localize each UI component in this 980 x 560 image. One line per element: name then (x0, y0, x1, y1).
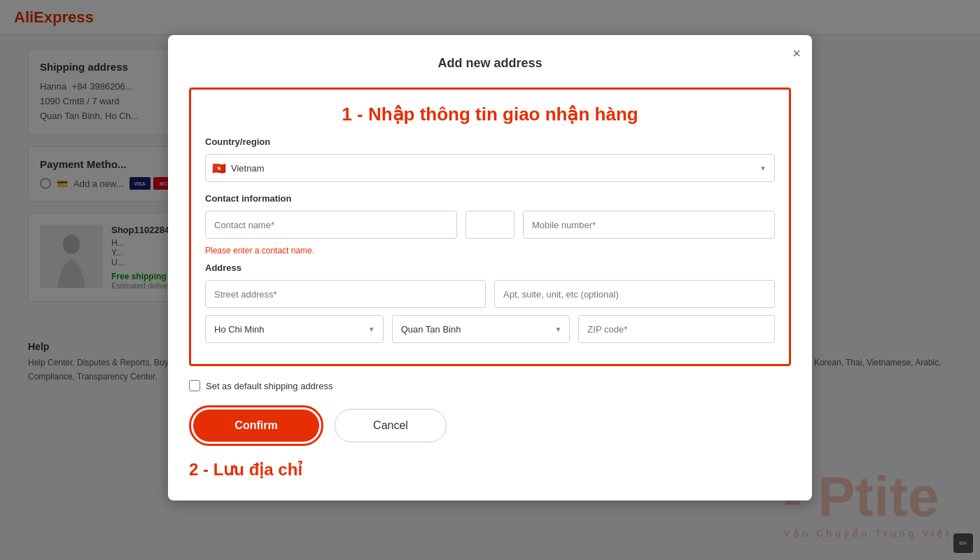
street-row (205, 280, 775, 308)
confirm-button[interactable]: Confirm (193, 410, 319, 442)
background-page: AliExpress Shipping address Hanna +84 39… (0, 0, 980, 560)
modal-close-button[interactable]: × (792, 46, 801, 60)
default-address-row: Set as default shipping address (189, 380, 791, 391)
add-address-modal: Add new address × 1 - Nhập thông tin gia… (168, 35, 812, 500)
modal-button-row: Confirm Cancel (189, 405, 791, 446)
street-address-input[interactable] (205, 280, 486, 308)
apt-suite-input[interactable] (494, 280, 775, 308)
phone-prefix-input[interactable]: +84 (465, 211, 514, 239)
country-select[interactable]: Vietnam (205, 154, 775, 182)
annotation-step2: 2 - Lưu địa chỉ (189, 460, 791, 479)
district-select[interactable]: Quan Tan Binh (392, 315, 570, 343)
modal-form-border: 1 - Nhập thông tin giao nhận hàng Countr… (189, 88, 791, 366)
zip-code-input[interactable] (578, 315, 775, 343)
annotation-step1: 1 - Nhập thông tin giao nhận hàng (205, 104, 775, 125)
contact-name-row: +84 (205, 211, 775, 239)
confirm-btn-wrapper: Confirm (189, 405, 323, 446)
country-select-wrapper: 🇻🇳 Vietnam ▼ (205, 154, 775, 182)
contact-name-error: Please enter a contact name. (205, 246, 775, 255)
mobile-number-input[interactable] (523, 211, 775, 239)
district-select-wrapper: Quan Tan Binh (392, 315, 570, 343)
country-region-label: Country/region (205, 136, 775, 147)
address-label: Address (205, 262, 775, 273)
flag-select-wrapper: 🇻🇳 Vietnam ▼ (205, 154, 775, 182)
modal-overlay: Add new address × 1 - Nhập thông tin gia… (0, 0, 980, 560)
city-select-wrapper: Ho Chi Minh (205, 315, 384, 343)
contact-name-input[interactable] (205, 211, 457, 239)
default-address-label: Set as default shipping address (206, 381, 332, 391)
default-address-checkbox[interactable] (189, 380, 200, 391)
modal-title: Add new address (189, 56, 791, 71)
contact-info-label: Contact information (205, 193, 775, 204)
cancel-button[interactable]: Cancel (335, 409, 447, 442)
city-district-row: Ho Chi Minh Quan Tan Binh (205, 315, 775, 343)
vietnam-flag-icon: 🇻🇳 (212, 162, 226, 175)
city-select[interactable]: Ho Chi Minh (205, 315, 384, 343)
